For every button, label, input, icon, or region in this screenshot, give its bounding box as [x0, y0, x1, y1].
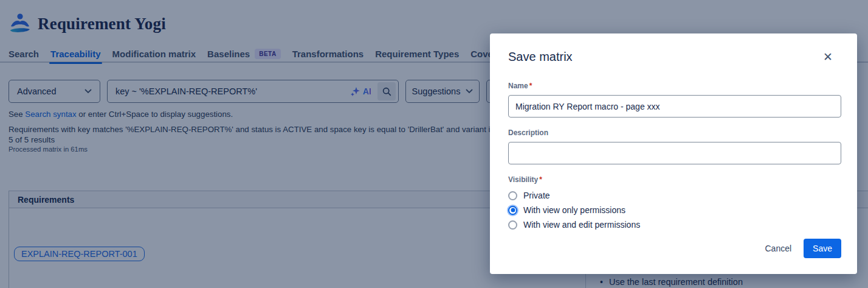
name-field[interactable] — [508, 95, 841, 118]
visibility-option-view-only[interactable]: With view only permissions — [508, 205, 841, 215]
visibility-label: Visibility* — [508, 175, 542, 184]
radio-button[interactable] — [508, 206, 517, 215]
save-matrix-dialog: Save matrix ✕ Name* Description Visibili… — [490, 33, 857, 274]
name-label: Name* — [508, 82, 532, 90]
radio-button[interactable] — [508, 191, 517, 200]
dialog-title: Save matrix — [508, 50, 573, 64]
cancel-button[interactable]: Cancel — [757, 239, 799, 258]
save-button[interactable]: Save — [804, 239, 841, 258]
visibility-option-private[interactable]: Private — [508, 191, 841, 200]
visibility-option-view-and-edit[interactable]: With view and edit permissions — [508, 220, 841, 230]
required-mark: * — [539, 175, 542, 184]
description-label: Description — [508, 128, 548, 137]
close-icon[interactable]: ✕ — [823, 51, 833, 63]
description-field[interactable] — [508, 142, 841, 164]
required-mark: * — [529, 82, 532, 90]
radio-button[interactable] — [508, 220, 517, 230]
